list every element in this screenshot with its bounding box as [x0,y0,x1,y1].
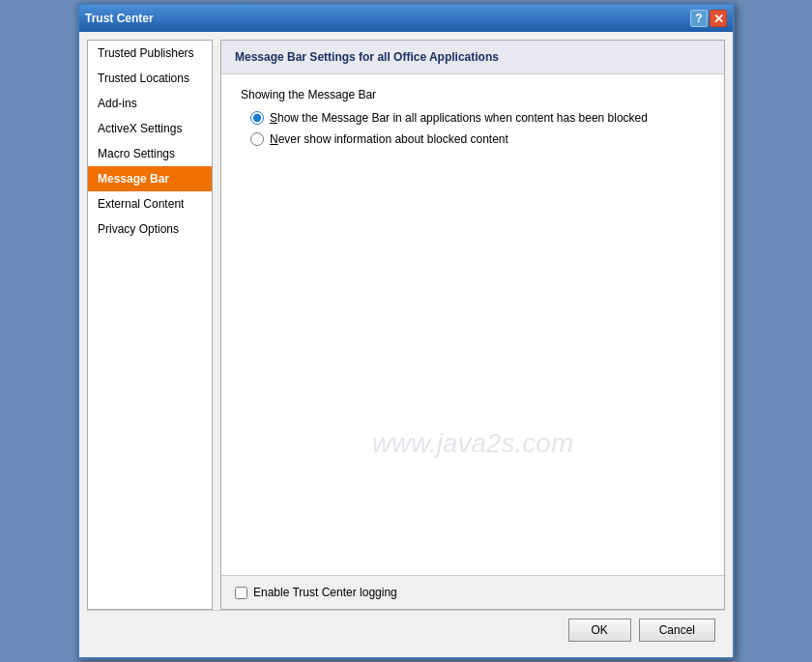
footer-area: Enable Trust Center logging [221,575,724,609]
content-body: Showing the Message Bar Show the Message… [221,74,724,575]
sidebar-item-message-bar[interactable]: Message Bar [88,166,212,191]
sidebar-item-activex-settings[interactable]: ActiveX Settings [88,116,212,141]
sidebar: Trusted PublishersTrusted LocationsAdd-i… [87,40,213,610]
checkbox-row: Enable Trust Center logging [235,586,397,599]
ok-button[interactable]: OK [568,619,631,642]
window-title: Trust Center [85,12,154,25]
main-content: Trusted PublishersTrusted LocationsAdd-i… [87,40,725,610]
sidebar-item-trusted-locations[interactable]: Trusted Locations [88,66,212,91]
help-button[interactable]: ? [690,10,708,27]
radio-never-show[interactable] [250,132,264,146]
radio-option-show-message-bar: Show the Message Bar in all applications… [250,111,705,125]
trust-center-window: Trust Center ? ✕ Trusted PublishersTrust… [77,3,735,659]
sidebar-item-privacy-options[interactable]: Privacy Options [88,216,212,242]
title-bar: Trust Center ? ✕ [79,5,733,32]
watermark: www.java2s.com [372,428,574,459]
radio-option-never-show: Never show information about blocked con… [250,132,705,146]
content-header: Message Bar Settings for all Office Appl… [221,41,724,74]
radio-label-never-show[interactable]: Never show information about blocked con… [270,132,508,146]
section-title: Showing the Message Bar [241,88,705,101]
enable-logging-label[interactable]: Enable Trust Center logging [253,586,397,599]
sidebar-item-external-content[interactable]: External Content [88,191,212,216]
sidebar-item-add-ins[interactable]: Add-ins [88,91,212,116]
title-bar-buttons: ? ✕ [690,10,727,27]
sidebar-item-trusted-publishers[interactable]: Trusted Publishers [88,41,212,66]
sidebar-item-macro-settings[interactable]: Macro Settings [88,141,212,166]
cancel-button[interactable]: Cancel [639,619,715,642]
radio-show-message-bar[interactable] [250,111,264,125]
enable-logging-checkbox[interactable] [235,587,247,599]
content-panel: Message Bar Settings for all Office Appl… [220,40,725,610]
close-button[interactable]: ✕ [710,10,727,27]
radio-label-show-message-bar[interactable]: Show the Message Bar in all applications… [270,111,648,125]
radio-options: Show the Message Bar in all applications… [241,111,705,146]
window-body: Trusted PublishersTrusted LocationsAdd-i… [79,32,733,657]
bottom-bar: OK Cancel [87,610,725,649]
